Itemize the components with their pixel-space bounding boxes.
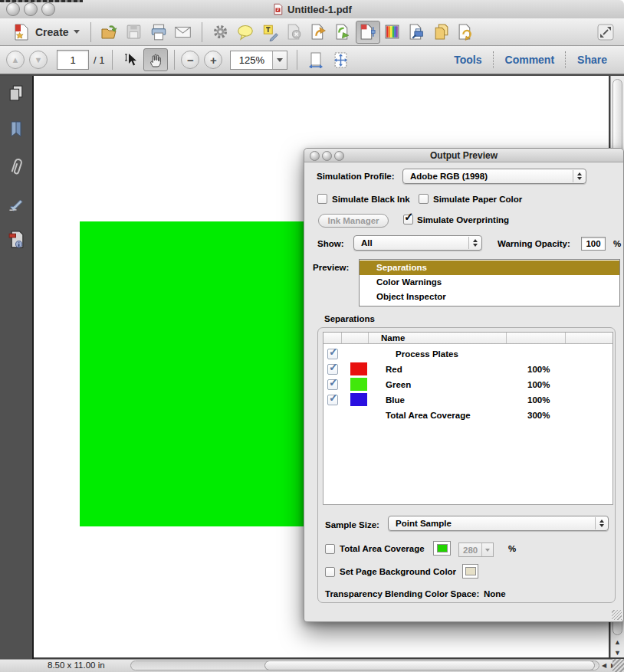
plate-checkbox[interactable]: ✓ [327,364,338,375]
window-title: Untitled-1.pdf [287,4,352,15]
preview-option-color-warnings[interactable]: Color Warnings [360,275,619,290]
scroll-left-button[interactable]: ◀ [599,661,609,670]
table-row[interactable]: ✓Red100% [323,362,613,377]
attachments-panel-button[interactable] [6,156,26,181]
dialog-resize-grip[interactable] [612,610,622,620]
table-row[interactable]: ✓Green100% [323,377,613,392]
show-select[interactable]: All [353,235,482,251]
plate-color-swatch [350,362,367,375]
tac-color-well[interactable] [433,541,451,556]
highlight-text-icon [261,23,279,41]
window-resize-grip[interactable] [613,659,624,672]
scroll-down-button[interactable]: ▼ [611,647,624,658]
warning-opacity-label: Warning Opacity: [498,239,570,248]
signature-panel-button[interactable] [7,195,26,215]
table-row[interactable]: Total Area Coverage300% [323,408,613,423]
table-row[interactable]: ✓Process Plates [323,346,613,362]
simulate-paper-color-checkbox[interactable] [419,194,429,204]
simulation-profile-select[interactable]: Adobe RGB (1998) [402,169,586,184]
plate-name: Process Plates [368,349,458,359]
ink-manager-button[interactable]: Ink Manager [318,214,389,228]
expand-toolbar-button[interactable] [593,21,618,44]
dialog-zoom-button[interactable] [334,151,344,161]
total-area-coverage-checkbox[interactable] [325,544,335,554]
output-preview-button[interactable] [356,21,380,44]
plate-coverage: 300% [527,411,550,420]
tools-panel-button[interactable]: Tools [443,54,492,66]
folder-open-icon [100,23,119,41]
output-preview-icon [359,23,376,41]
highlight-text-button[interactable] [258,21,282,44]
comment-bubble-icon [236,23,255,41]
share-panel-button[interactable]: Share [567,54,618,66]
tac-percent-combo[interactable]: 280 [458,543,494,557]
page-bg-color-well[interactable] [462,564,478,579]
color-tools-button[interactable] [380,21,405,44]
fit-page-icon [332,51,350,69]
table-row[interactable]: ✓Blue100% [323,392,613,408]
zoom-out-button[interactable]: − [181,51,199,69]
plate-checkbox[interactable]: ✓ [327,379,338,390]
comment-panel-button[interactable]: Comment [494,54,566,66]
dialog-titlebar[interactable]: Output Preview [304,149,623,162]
preview-option-object-inspector[interactable]: Object Inspector [360,290,619,304]
plate-coverage: 100% [527,380,550,389]
remove-hidden-info-button[interactable] [282,21,307,44]
page-number-input[interactable] [57,50,89,70]
plate-color-swatch [350,393,367,406]
preview-option-separations[interactable]: Separations [360,261,619,275]
hand-tool-button[interactable] [143,48,168,71]
plate-color-swatch [350,378,367,391]
dialog-minimize-button[interactable] [322,151,332,161]
page-dimensions-label: 8.50 x 11.00 in [48,661,105,670]
plate-name: Blue [368,395,405,405]
toolbar-separator [174,50,175,70]
popup-stepper-icon [595,517,607,529]
sample-size-select[interactable]: Point Sample [388,516,609,531]
plate-coverage: 100% [527,365,550,374]
comment-button[interactable] [233,21,258,44]
chevron-down-icon [74,30,80,34]
plate-name: Green [368,380,411,389]
simulate-overprinting-checkbox[interactable]: ✓ [403,215,413,225]
warning-opacity-input[interactable] [581,237,606,251]
zoom-level-combo[interactable]: 125% [230,51,287,70]
save-button[interactable] [122,21,146,44]
save-as-other-button[interactable] [331,21,356,44]
navigation-sidebar [0,76,32,672]
print-production-button[interactable] [405,21,429,44]
fit-width-button[interactable] [304,48,328,71]
previous-page-button[interactable]: ▲ [6,51,25,69]
ink-manager-label: Ink Manager [327,216,379,225]
settings-button[interactable] [209,21,233,44]
scroll-up-button[interactable]: ▲ [611,637,624,647]
combo-arrow-icon [481,543,493,556]
zoom-dropdown-arrow[interactable] [272,51,287,69]
action-wizard-button[interactable] [454,21,478,44]
simulate-black-ink-checkbox[interactable] [317,194,327,204]
fit-page-button[interactable] [328,48,353,71]
gear-icon [212,23,229,41]
set-page-bg-checkbox[interactable] [325,567,335,577]
plate-name: Total Area Coverage [368,411,471,420]
plate-checkbox[interactable]: ✓ [327,349,338,359]
plate-checkbox[interactable]: ✓ [327,395,338,405]
email-button[interactable] [171,21,195,44]
bookmarks-panel-button[interactable] [7,120,25,142]
select-tool-button[interactable] [119,48,143,71]
save-icon [125,23,143,41]
create-button[interactable]: Create [8,21,84,43]
standards-panel-button[interactable] [7,230,26,253]
print-button[interactable] [146,21,171,44]
tac-unit: % [508,544,516,553]
combine-files-button[interactable] [429,21,454,44]
next-page-button[interactable]: ▼ [29,51,48,69]
dialog-close-button[interactable] [310,151,320,161]
zoom-in-button[interactable]: + [204,51,222,69]
print-icon [149,23,168,41]
horizontal-scrollbar-thumb[interactable] [264,661,595,670]
pages-panel-button[interactable] [7,84,26,106]
simulate-overprinting-label: Simulate Overprinting [417,215,509,225]
open-file-button[interactable] [97,21,122,44]
export-pdf-button[interactable] [307,21,331,44]
